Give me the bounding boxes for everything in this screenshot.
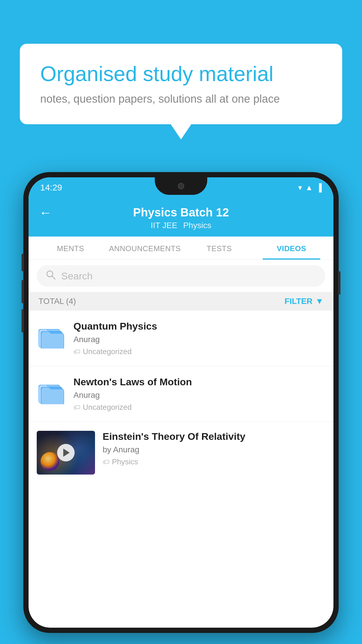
search-icon <box>45 270 56 283</box>
play-triangle-icon <box>63 449 70 457</box>
status-bar: 14:29 ▾ ▲ ▐ <box>29 177 333 198</box>
tab-ments[interactable]: MENTS <box>34 237 107 260</box>
search-placeholder: Search <box>61 270 93 282</box>
bubble-title: Organised study material <box>40 61 322 86</box>
notch <box>155 177 207 195</box>
list-item[interactable]: Quantum Physics Anurag 🏷 Uncategorized <box>29 311 333 366</box>
tag-icon: 🏷 <box>73 403 80 412</box>
wifi-icon: ▾ <box>298 183 302 192</box>
video-title: Einstein's Theory Of Relativity <box>103 431 325 442</box>
tag-label: Physics <box>112 457 138 466</box>
video-author: Anurag <box>73 335 325 344</box>
video-author: by Anurag <box>103 445 325 454</box>
search-container: Search <box>29 260 333 292</box>
power-button <box>338 271 340 295</box>
mute-button <box>22 254 24 271</box>
video-thumbnail <box>37 431 95 475</box>
battery-icon: ▐ <box>317 183 322 192</box>
tag-icon: 🏷 <box>73 348 80 356</box>
video-info: Einstein's Theory Of Relativity by Anura… <box>103 431 325 466</box>
subtitle-iitjee: IIT JEE <box>151 221 177 230</box>
video-info: Quantum Physics Anurag 🏷 Uncategorized <box>73 321 325 356</box>
tab-videos[interactable]: VIDEOS <box>255 237 328 260</box>
header-title: Physics Batch 12 <box>133 206 229 219</box>
filter-bar: TOTAL (4) FILTER ▼ <box>29 292 333 311</box>
video-title: Newton's Laws of Motion <box>73 376 325 388</box>
video-tag: 🏷 Uncategorized <box>73 403 325 412</box>
tag-label: Uncategorized <box>83 403 132 412</box>
header-subtitle: IIT JEE Physics <box>151 221 211 230</box>
filter-icon: ▼ <box>315 297 324 306</box>
bubble-subtitle: notes, question papers, solutions all at… <box>40 93 322 105</box>
speech-bubble-wrapper: Organised study material notes, question… <box>20 44 342 124</box>
svg-line-1 <box>52 276 55 279</box>
phone-screen: 14:29 ▾ ▲ ▐ ← Physics Batch 12 IIT JEE P… <box>29 177 333 628</box>
folder-thumbnail <box>37 376 66 408</box>
status-icons: ▾ ▲ ▐ <box>298 183 322 192</box>
list-item[interactable]: Einstein's Theory Of Relativity by Anura… <box>29 422 333 483</box>
play-button[interactable] <box>57 444 75 461</box>
tag-icon: 🏷 <box>103 458 110 466</box>
tab-tests[interactable]: TESTS <box>183 237 255 260</box>
camera <box>178 183 184 189</box>
status-time: 14:29 <box>40 183 62 192</box>
header-row: ← Physics Batch 12 <box>39 206 323 219</box>
list-item[interactable]: Newton's Laws of Motion Anurag 🏷 Uncateg… <box>29 366 333 422</box>
tab-announcements[interactable]: ANNOUNCEMENTS <box>107 237 183 260</box>
tabs-bar: MENTS ANNOUNCEMENTS TESTS VIDEOS <box>29 237 333 260</box>
video-list: Quantum Physics Anurag 🏷 Uncategorized <box>29 311 333 483</box>
volume-up-button <box>22 280 24 303</box>
app-header: ← Physics Batch 12 IIT JEE Physics <box>29 198 333 237</box>
filter-label: FILTER <box>284 297 312 306</box>
volume-down-button <box>22 309 24 332</box>
video-title: Quantum Physics <box>73 321 325 332</box>
speech-bubble: Organised study material notes, question… <box>20 44 342 124</box>
phone-frame: 14:29 ▾ ▲ ▐ ← Physics Batch 12 IIT JEE P… <box>23 172 339 633</box>
tag-label: Uncategorized <box>83 347 132 356</box>
folder-thumbnail <box>37 321 66 353</box>
search-bar[interactable]: Search <box>37 265 325 287</box>
signal-icon: ▲ <box>305 183 313 192</box>
video-tag: 🏷 Uncategorized <box>73 347 325 356</box>
back-button[interactable]: ← <box>39 205 52 220</box>
svg-point-6 <box>41 452 59 471</box>
video-info: Newton's Laws of Motion Anurag 🏷 Uncateg… <box>73 376 325 412</box>
filter-button[interactable]: FILTER ▼ <box>284 297 324 306</box>
video-author: Anurag <box>73 391 325 400</box>
total-count: TOTAL (4) <box>38 297 76 306</box>
subtitle-physics: Physics <box>183 221 211 230</box>
video-tag: 🏷 Physics <box>103 457 325 466</box>
